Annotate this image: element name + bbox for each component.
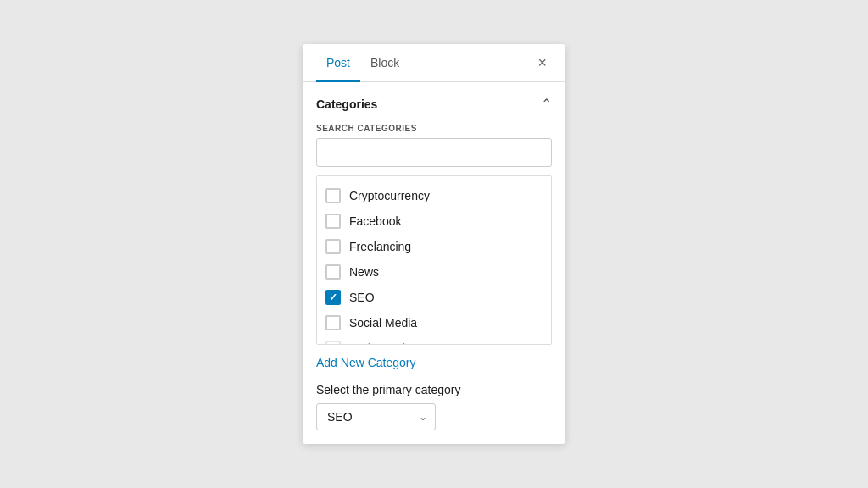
primary-category-label: Select the primary category [316,383,552,396]
category-label: Social Media [349,316,417,330]
primary-category-wrapper: SEOCryptocurrencyFacebookFreelancingNews… [316,403,436,430]
category-label: Tech & Sci... [349,341,415,345]
add-new-category-link[interactable]: Add New Category [316,356,416,369]
checkbox[interactable] [326,239,341,254]
list-item[interactable]: Social Media [317,310,548,336]
category-label: SEO [349,291,375,304]
list-item[interactable]: News [317,259,548,285]
chevron-up-icon[interactable]: ⌃ [541,96,552,112]
checkbox[interactable] [326,341,341,345]
search-input[interactable] [316,138,552,167]
list-item[interactable]: Facebook [317,208,548,234]
list-item[interactable]: Freelancing [317,234,548,259]
tab-block[interactable]: Block [360,44,409,82]
close-button[interactable]: × [532,52,552,74]
category-label: Freelancing [349,240,411,253]
category-label: News [349,265,379,279]
categories-list: CryptocurrencyFacebookFreelancingNewsSEO… [317,176,551,345]
primary-category-select[interactable]: SEOCryptocurrencyFacebookFreelancingNews… [316,403,436,430]
categories-list-wrapper: CryptocurrencyFacebookFreelancingNewsSEO… [316,175,552,345]
list-item[interactable]: SEO [317,285,548,310]
checkbox[interactable] [326,188,341,203]
checkbox[interactable] [326,264,341,280]
list-item[interactable]: Cryptocurrency [317,183,548,208]
categories-title: Categories [316,97,377,111]
checkbox[interactable] [326,290,341,305]
panel-body: Categories ⌃ SEARCH CATEGORIES Cryptocur… [303,82,565,444]
categories-section-header: Categories ⌃ [316,96,552,112]
category-label: Facebook [349,214,401,228]
post-block-panel: Post Block × Categories ⌃ SEARCH CATEGOR… [303,44,565,444]
search-categories-label: SEARCH CATEGORIES [316,124,552,133]
category-label: Cryptocurrency [349,189,430,202]
list-item[interactable]: Tech & Sci... [317,336,548,345]
panel-header: Post Block × [303,44,565,82]
checkbox[interactable] [326,214,341,229]
tab-post[interactable]: Post [316,44,360,82]
checkbox[interactable] [326,315,341,330]
